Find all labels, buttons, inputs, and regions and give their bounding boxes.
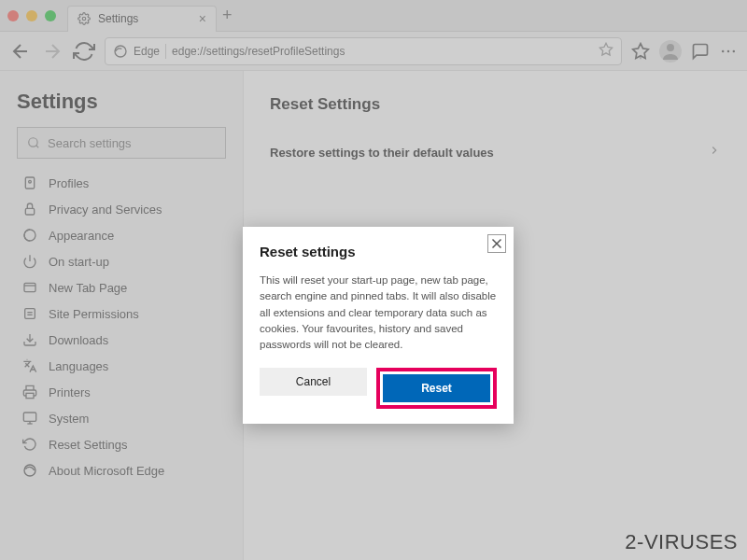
cancel-button[interactable]: Cancel xyxy=(260,368,367,396)
dialog-buttons: Cancel Reset xyxy=(260,368,497,409)
dialog-close-button[interactable] xyxy=(487,234,506,253)
watermark: 2-VIRUSES xyxy=(625,530,738,554)
dialog-body: This will reset your start-up page, new … xyxy=(260,273,497,353)
reset-highlight-box: Reset xyxy=(376,368,497,409)
dialog-title: Reset settings xyxy=(260,244,497,259)
reset-dialog: Reset settings This will reset your star… xyxy=(243,227,514,424)
reset-button[interactable]: Reset xyxy=(383,374,490,402)
